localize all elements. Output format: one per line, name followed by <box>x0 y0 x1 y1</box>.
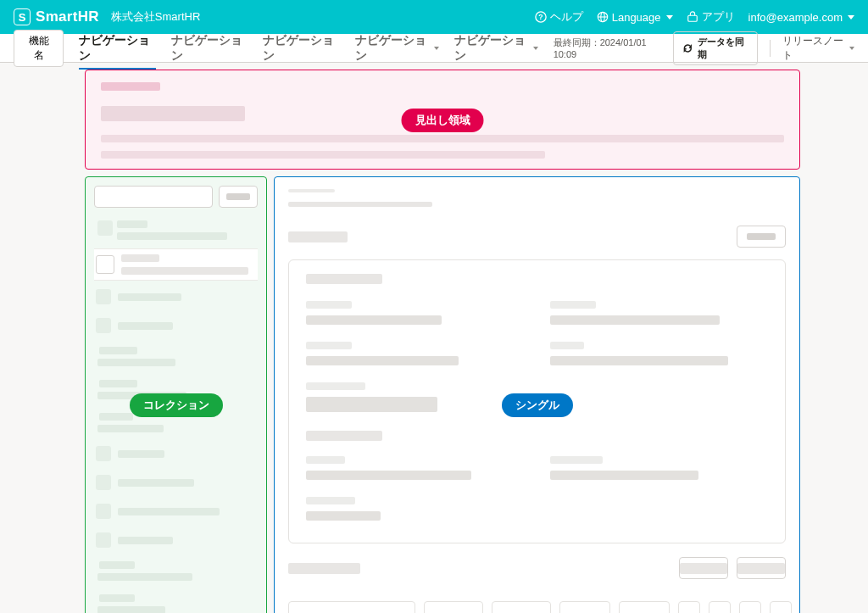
single-region: シングル <box>274 176 800 613</box>
table-cell <box>424 601 483 613</box>
heading-region: 見出し領域 <box>85 70 800 170</box>
nav-tab-0[interactable]: ナビゲーション <box>79 27 156 70</box>
apps-label: アプリ <box>702 9 735 25</box>
nav-tab-4[interactable]: ナビゲーション <box>454 27 538 70</box>
main-content: 見出し領域 コレクション <box>0 63 868 613</box>
list-item[interactable] <box>94 470 258 495</box>
logo-icon: S <box>14 8 31 25</box>
nav-tab-3[interactable]: ナビゲーション <box>355 27 439 70</box>
skeleton <box>288 563 360 574</box>
release-notes-menu[interactable]: リリースノート <box>782 34 854 63</box>
form-field <box>306 342 525 365</box>
section-with-actions <box>288 557 786 589</box>
svg-text:?: ? <box>538 13 542 21</box>
logo-text: SmartHR <box>36 8 99 25</box>
svg-rect-5 <box>687 15 697 21</box>
search-button[interactable] <box>219 186 258 208</box>
section-action-button[interactable] <box>737 226 786 248</box>
help-icon: ? <box>535 11 547 23</box>
logo[interactable]: S SmartHR <box>14 8 99 25</box>
table-cell <box>559 601 610 613</box>
collection-region: コレクション <box>85 176 267 613</box>
table-cell <box>770 601 792 613</box>
single-region-label: シングル <box>502 393 573 417</box>
form-field <box>306 456 525 480</box>
list-item[interactable] <box>94 215 258 245</box>
skeleton <box>288 202 432 207</box>
heading-region-label: 見出し領域 <box>402 109 484 132</box>
help-label: ヘルプ <box>550 9 583 25</box>
list-item[interactable] <box>94 342 258 371</box>
sync-button[interactable]: データを同期 <box>673 31 757 65</box>
skeleton <box>101 82 160 91</box>
table-header-row <box>288 601 786 613</box>
table-cell <box>288 601 415 613</box>
help-link[interactable]: ? ヘルプ <box>535 9 583 25</box>
skeleton <box>306 274 382 284</box>
skeleton <box>101 135 784 142</box>
table-cell <box>739 601 761 613</box>
company-name: 株式会社SmartHR <box>111 9 200 25</box>
form-field <box>306 497 525 521</box>
skeleton <box>306 431 382 441</box>
table-cell <box>619 601 670 613</box>
feature-name-button[interactable]: 機能名 <box>14 30 64 67</box>
release-notes-label: リリースノート <box>782 34 846 63</box>
form-field <box>550 301 769 325</box>
skeleton <box>101 151 545 159</box>
chevron-down-icon <box>849 47 854 50</box>
table-cell <box>709 601 731 613</box>
last-sync-text: 最終同期：2024/01/01 10:09 <box>554 36 662 59</box>
list-item[interactable] <box>94 441 258 466</box>
account-menu[interactable]: info@example.com <box>748 11 854 24</box>
globe-icon <box>597 11 609 23</box>
nav-tab-2[interactable]: ナビゲーション <box>263 27 340 70</box>
table-cell <box>492 601 551 613</box>
form-field <box>550 342 769 365</box>
skeleton <box>288 189 335 192</box>
list-item[interactable] <box>94 556 258 586</box>
list-item-selected[interactable] <box>94 248 258 281</box>
section-head <box>288 226 786 248</box>
language-label: Language <box>612 11 661 24</box>
action-button[interactable] <box>737 557 786 579</box>
list-item[interactable] <box>94 527 258 553</box>
action-button[interactable] <box>679 557 728 579</box>
language-menu[interactable]: Language <box>597 11 673 24</box>
sync-button-label: データを同期 <box>698 36 748 61</box>
list-item[interactable] <box>94 589 258 613</box>
form-field <box>306 382 525 412</box>
collection-region-label: コレクション <box>130 393 223 417</box>
chevron-down-icon <box>848 15 854 20</box>
list-item[interactable] <box>94 499 258 524</box>
search-input[interactable] <box>94 186 213 208</box>
chevron-down-icon <box>666 15 673 20</box>
account-email: info@example.com <box>748 11 843 24</box>
form-field <box>306 301 525 325</box>
sub-header: 機能名 ナビゲーション ナビゲーション ナビゲーション ナビゲーション ナビゲー… <box>0 34 868 63</box>
chevron-down-icon <box>434 47 439 50</box>
form-field <box>550 456 769 480</box>
refresh-icon <box>682 42 693 54</box>
list-item[interactable] <box>94 313 258 338</box>
divider <box>770 40 771 57</box>
list-item[interactable] <box>94 284 258 309</box>
skeleton <box>101 106 245 121</box>
apps-icon <box>687 11 698 23</box>
table-cell <box>678 601 700 613</box>
skeleton <box>288 231 348 242</box>
apps-menu[interactable]: アプリ <box>687 9 735 25</box>
nav-tab-1[interactable]: ナビゲーション <box>171 27 248 70</box>
chevron-down-icon <box>533 47 538 50</box>
